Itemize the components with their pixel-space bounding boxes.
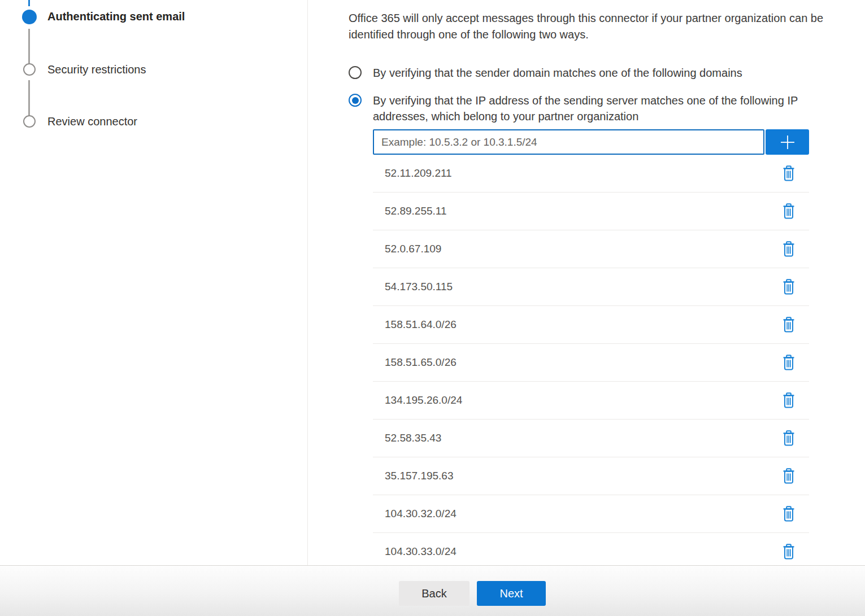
footer-buttons: Back Next [0,566,865,606]
authenticating-sent-email-panel: Office 365 will only accept messages thr… [308,0,865,565]
ip-address-value: 52.58.35.43 [385,432,441,444]
trash-icon [782,279,796,295]
ip-address-row: 52.0.67.109 [373,230,809,268]
add-ip-button[interactable] [766,129,809,155]
radio-verify-domain[interactable] [349,66,362,79]
ip-address-value: 158.51.64.0/26 [385,318,457,331]
trash-icon [782,241,796,257]
ip-address-value: 104.30.33.0/24 [385,545,457,558]
option-verify-ip-label: By verifying that the IP address of the … [373,93,809,124]
ip-address-value: 52.11.209.211 [385,167,452,180]
step-indicator-security [23,63,36,76]
back-button[interactable]: Back [399,581,470,606]
ip-entry-row [373,129,809,155]
step-connector-line [28,29,30,64]
option-verify-ip: By verifying that the IP address of the … [349,93,865,565]
delete-ip-button[interactable] [781,316,797,334]
ip-address-row: 158.51.64.0/26 [373,306,809,344]
step-indicator-authenticating [22,10,37,24]
delete-ip-button[interactable] [781,543,797,561]
ip-address-row: 52.58.35.43 [373,420,809,457]
delete-ip-button[interactable] [781,202,797,220]
delete-ip-button[interactable] [781,391,797,409]
ip-address-value: 52.0.67.109 [385,243,441,255]
ip-address-row: 52.89.255.11 [373,193,809,230]
trash-icon [782,430,796,446]
next-button[interactable]: Next [477,581,546,606]
ip-address-row: 104.30.33.0/24 [373,533,809,565]
wizard-footer: Back Next [0,565,865,616]
ip-address-row: 134.195.26.0/24 [373,382,809,420]
panel-description: Office 365 will only accept messages thr… [349,10,865,43]
trash-icon [782,544,796,560]
trash-icon [782,392,796,408]
ip-address-row: 52.11.209.211 [373,155,809,193]
radio-verify-ip[interactable] [349,94,362,107]
wizard-steps-pane: Authenticating sent email Security restr… [0,0,308,565]
trash-icon [782,468,796,484]
step-connector-previous [28,0,30,6]
connector-wizard-page: Authenticating sent email Security restr… [0,0,865,616]
delete-ip-button[interactable] [781,164,797,182]
ip-address-row: 54.173.50.115 [373,268,809,306]
step-label-security: Security restrictions [47,63,146,76]
ip-address-value: 134.195.26.0/24 [385,394,462,407]
delete-ip-button[interactable] [781,353,797,372]
delete-ip-button[interactable] [781,429,797,447]
step-indicator-review [23,115,36,128]
ip-address-value: 54.173.50.115 [385,281,453,293]
step-label-authenticating: Authenticating sent email [47,10,185,23]
option-verify-domain: By verifying that the sender domain matc… [349,65,865,81]
ip-address-input[interactable] [373,129,764,155]
trash-icon [782,317,796,333]
ip-address-value: 35.157.195.63 [385,470,454,482]
trash-icon [782,506,796,522]
delete-ip-button[interactable] [781,467,797,485]
option-verify-domain-label: By verifying that the sender domain matc… [373,65,809,81]
step-connector-line [28,80,30,116]
add-icon [779,134,796,151]
trash-icon [782,355,796,370]
ip-address-value: 104.30.32.0/24 [385,508,457,520]
ip-address-row: 158.51.65.0/26 [373,344,809,382]
trash-icon [782,165,796,181]
delete-ip-button[interactable] [781,505,797,523]
ip-address-row: 35.157.195.63 [373,457,809,495]
delete-ip-button[interactable] [781,240,797,258]
trash-icon [782,203,796,219]
ip-address-value: 158.51.65.0/26 [385,356,457,369]
ip-address-row: 104.30.32.0/24 [373,495,809,533]
step-label-review: Review connector [47,115,137,128]
ip-address-value: 52.89.255.11 [385,205,447,217]
delete-ip-button[interactable] [781,278,797,296]
ip-address-list: 52.11.209.211 [373,155,809,565]
